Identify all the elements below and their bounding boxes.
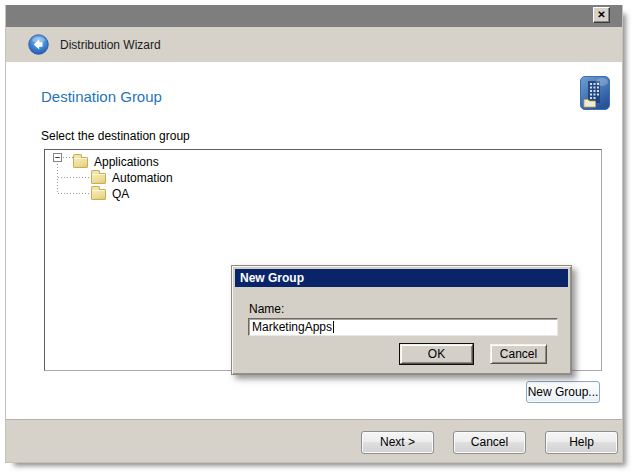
folder-icon (91, 173, 106, 184)
back-arrow-icon[interactable] (28, 34, 49, 55)
page-title: Destination Group (41, 88, 162, 105)
ok-button[interactable]: OK (400, 344, 473, 364)
cancel-button[interactable]: Cancel (453, 431, 526, 454)
tree-item-label: QA (112, 187, 129, 201)
folder-icon (91, 189, 106, 200)
tree-item-applications[interactable]: Applications (45, 154, 159, 170)
title-bar: ✕ (6, 5, 622, 27)
folder-icon (73, 157, 88, 168)
name-label: Name: (249, 302, 284, 316)
close-icon[interactable]: ✕ (593, 7, 610, 23)
next-button[interactable]: Next > (361, 431, 434, 454)
new-group-dialog: New Group Name: MarketingApps OK Cancel (231, 265, 572, 375)
tree-item-automation[interactable]: Automation (45, 170, 173, 186)
wizard-header: Distribution Wizard (6, 27, 622, 62)
group-name-input[interactable]: MarketingApps (248, 318, 558, 336)
dialog-title-bar: New Group (235, 269, 568, 287)
wizard-title: Distribution Wizard (60, 38, 161, 52)
tree-item-qa[interactable]: QA (45, 186, 129, 202)
new-group-button[interactable]: New Group... (526, 381, 600, 403)
instruction-text: Select the destination group (41, 129, 190, 143)
group-name-value: MarketingApps (252, 320, 332, 334)
wizard-footer: Next > Cancel Help (6, 419, 622, 462)
wizard-content: Destination Group Select the destination… (6, 62, 622, 419)
text-caret (333, 321, 334, 333)
help-button[interactable]: Help (545, 431, 618, 454)
tree-item-label: Automation (112, 171, 173, 185)
wizard-window: ✕ Distribution Wizard Destination Group … (5, 5, 623, 463)
distribution-package-icon (580, 76, 610, 110)
tree-item-label: Applications (94, 155, 159, 169)
dialog-cancel-button[interactable]: Cancel (490, 344, 547, 364)
